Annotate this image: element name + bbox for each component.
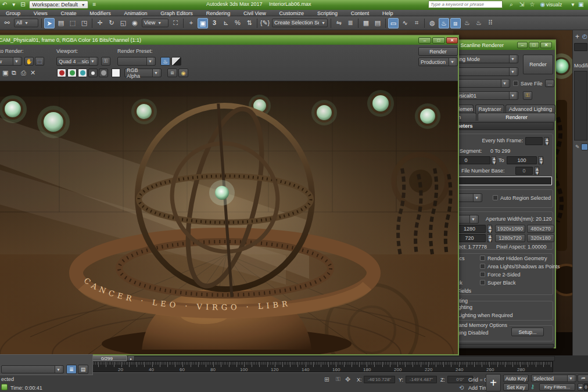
edit-region-icon[interactable]: ✋ — [24, 57, 34, 66]
spinner-snap-icon[interactable]: ⇅ — [244, 18, 254, 28]
size-1920x1080-button[interactable]: 1920x1080 — [495, 225, 525, 233]
select-and-link-icon[interactable]: ⚯ — [2, 18, 12, 28]
layer-compare-icon[interactable]: ⧈ — [167, 69, 177, 77]
lock-view-icon[interactable]: ⚿ — [523, 91, 532, 100]
save-file-checkbox[interactable] — [513, 81, 518, 86]
edit-named-selections-icon[interactable]: {✎} — [260, 18, 270, 28]
exchange-icon[interactable]: ⇲ — [517, 0, 526, 9]
alpha-channel-button[interactable] — [88, 69, 98, 77]
time-slider-track[interactable] — [64, 356, 555, 361]
object-name-field[interactable] — [574, 43, 587, 51]
redo-icon[interactable]: ▾ — [11, 0, 17, 9]
render-production-teapot-icon[interactable]: ♨ — [462, 18, 472, 28]
selection-filter-dropdown[interactable]: All▼ — [14, 19, 38, 27]
time-tag-icon[interactable]: ⟲ — [459, 384, 464, 391]
environment-toggle-icon[interactable] — [171, 57, 181, 66]
y-field[interactable]: -149'4.487" — [406, 376, 437, 383]
angle-snap-icon[interactable]: ⊾ — [221, 18, 231, 28]
viewport-lock-icon[interactable]: ⚿ — [101, 57, 110, 66]
width-spinner[interactable]: ▲▼ — [487, 225, 492, 233]
app-window-icon[interactable]: ▣ — [576, 0, 586, 9]
snapshot-icon[interactable]: ◉ — [178, 69, 188, 77]
tab-raytracer[interactable]: Raytracer — [475, 105, 504, 113]
create-tab-icon[interactable]: + — [575, 33, 579, 41]
every-nth-frame-field[interactable] — [525, 137, 543, 145]
auto-key-button[interactable]: Auto Key — [503, 375, 529, 382]
tab-advanced-lighting[interactable]: Advanced Lighting — [505, 105, 555, 113]
window-crossing-icon[interactable]: ◳ — [79, 18, 89, 28]
open-file-icon[interactable]: ⊟ — [19, 0, 28, 9]
search-input[interactable] — [428, 1, 503, 8]
set-key-button[interactable]: Set Key — [503, 383, 529, 391]
render-setup-teapot-icon[interactable]: ♨ — [439, 18, 449, 28]
render-settings-teapot-icon[interactable]: ♨ — [160, 57, 170, 66]
toolbar-menu-icon[interactable]: ≡ — [89, 0, 99, 9]
tab-renderer[interactable]: Renderer — [478, 113, 555, 121]
minimize-button[interactable]: – — [517, 42, 528, 48]
search-icon[interactable]: ⌕ — [507, 0, 516, 9]
pin-stack-icon[interactable]: ✎ — [575, 144, 580, 150]
mirror-icon[interactable]: ⇋ — [334, 18, 344, 28]
monochrome-button[interactable] — [99, 69, 108, 77]
select-object-icon[interactable]: ➤ — [44, 18, 55, 28]
crosshair-icon[interactable]: + — [186, 18, 196, 28]
background-color-swatch[interactable] — [112, 69, 120, 77]
named-selection-dropdown[interactable]: Create Selection Se▼ — [272, 19, 328, 27]
viewport-dropdown[interactable]: Quad 4 ...sical01▼ — [56, 57, 98, 66]
auto-region-icon[interactable]: ⬚ — [35, 57, 44, 66]
select-by-name-icon[interactable]: ▤ — [56, 18, 66, 28]
render-preset-dropdown[interactable]: ▼ — [117, 57, 156, 66]
snap-toggle-3d-icon[interactable]: 3 — [209, 18, 220, 28]
rfw-render-button[interactable]: Render — [418, 47, 458, 56]
modifier-stack[interactable] — [574, 71, 587, 141]
file-number-base-field[interactable]: 0 — [515, 167, 533, 175]
mini-panel-list-icon[interactable]: ≣ — [66, 365, 77, 374]
set-keys-button[interactable]: + — [486, 374, 501, 391]
rfw-close-icon[interactable]: ✕ — [446, 37, 458, 44]
clear-image-icon[interactable]: ✕ — [30, 69, 35, 77]
select-manipulate-icon[interactable]: ▣ — [198, 18, 208, 28]
selection-set-dropdown[interactable]: Selected▼ — [531, 375, 576, 382]
stack-button[interactable] — [581, 143, 588, 150]
schematic-view-icon[interactable]: ⌗ — [411, 18, 422, 28]
key-filters-button[interactable]: Key Filters... — [539, 383, 575, 391]
selection-region-icon[interactable]: ⬚ — [67, 18, 78, 28]
auto-region-checkbox[interactable] — [493, 195, 498, 200]
size-480x270-button[interactable]: 480x270 — [527, 225, 554, 233]
render-iterative-teapot-icon[interactable]: ♨ — [474, 18, 484, 28]
area-to-render-dropdown[interactable]: View▼ — [0, 57, 22, 66]
align-icon[interactable]: ≣ — [345, 18, 356, 28]
select-and-scale-icon[interactable]: ◱ — [118, 18, 128, 28]
range-to-spinner[interactable]: ▲▼ — [538, 156, 543, 164]
rfw-maximize-button[interactable]: □ — [432, 37, 445, 44]
toggle-ribbon-icon[interactable]: ▭ — [388, 18, 399, 28]
red-channel-button[interactable] — [57, 69, 66, 77]
bitmap-setup-button[interactable]: Setup... — [511, 328, 544, 336]
blue-channel-button[interactable] — [78, 69, 87, 77]
height-spinner[interactable]: ▲▼ — [487, 234, 492, 242]
channel-display-dropdown[interactable]: RGB Alpha▼ — [124, 69, 162, 77]
open-containers-icon[interactable]: ⠿ — [485, 18, 496, 28]
green-channel-button[interactable] — [67, 69, 77, 77]
signin-user[interactable]: visualz — [546, 2, 562, 8]
size-1280x720-button[interactable]: 1280x720 — [495, 234, 525, 242]
layer-manager-icon[interactable]: ▦ — [361, 18, 371, 28]
undo-icon[interactable]: ↶ — [0, 0, 9, 9]
file-number-base-spinner[interactable]: ▲▼ — [534, 167, 539, 175]
force-2sided-checkbox[interactable] — [480, 272, 485, 277]
rfw-titlebar[interactable]: CAM_Physical01, frame 0, RGBA Color 16 B… — [0, 36, 458, 45]
maximize-button[interactable]: □ — [529, 42, 539, 48]
select-and-place-icon[interactable]: ◉ — [130, 18, 140, 28]
size-320x180-button[interactable]: 320x180 — [527, 234, 554, 242]
rfw-minimize-button[interactable]: – — [418, 37, 431, 44]
rendered-frame-window-icon[interactable]: ⧈ — [450, 18, 461, 28]
x-field[interactable]: -46'10.728" — [364, 376, 395, 383]
rfw-target-dropdown[interactable]: Production▼ — [418, 57, 458, 66]
modifier-list-label[interactable]: Modifier List — [574, 63, 588, 69]
track-bar-ruler[interactable]: 20 40 60 80 100 120 140 160 180 200 220 … — [77, 361, 553, 372]
every-nth-spinner[interactable]: ▲▼ — [544, 137, 549, 145]
select-and-rotate-icon[interactable]: ↻ — [106, 18, 117, 28]
save-file-browse-button[interactable]: ... — [545, 80, 554, 87]
reference-coordinate-dropdown[interactable]: View▼ — [142, 19, 168, 27]
mini-panel-filter-icon[interactable]: ▤ — [78, 365, 88, 374]
